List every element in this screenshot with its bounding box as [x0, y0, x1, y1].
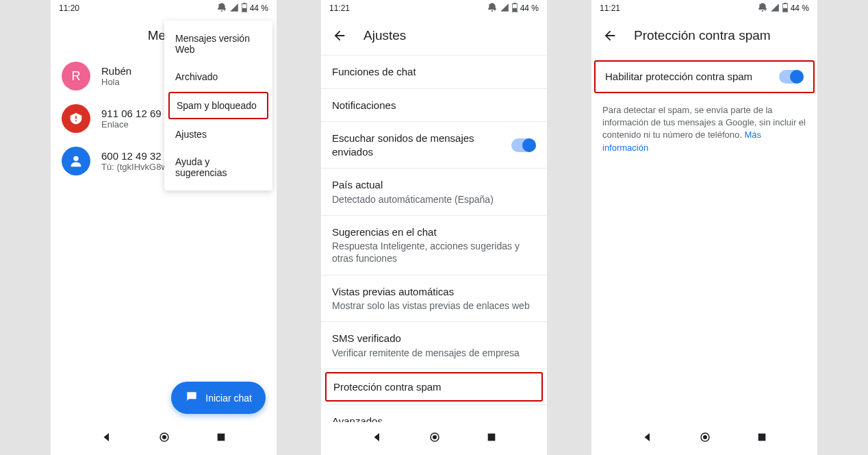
back-icon[interactable] — [332, 28, 347, 43]
nav-back-icon[interactable] — [101, 431, 113, 446]
setting-verified-sms[interactable]: SMS verificado Verificar remitente de me… — [321, 322, 547, 369]
page-title: Ajustes — [363, 28, 406, 43]
setting-spam-protection[interactable]: Protección contra spam — [325, 372, 543, 402]
battery-icon — [782, 3, 788, 14]
nav-home-icon[interactable] — [429, 431, 441, 446]
status-bar: 11:20 44 % — [51, 0, 277, 16]
fab-label: Iniciar chat — [205, 393, 252, 404]
settings-list: Funciones de chat Notificaciones Escucha… — [321, 55, 547, 422]
battery-icon — [242, 3, 247, 14]
svg-rect-17 — [488, 434, 496, 441]
setting-suggestions[interactable]: Sugerencias en el chat Respuesta Intelig… — [321, 216, 547, 275]
nav-home-icon[interactable] — [158, 431, 170, 446]
menu-item-help[interactable]: Ayuda y sugerencias — [164, 148, 272, 186]
nav-home-icon[interactable] — [699, 431, 711, 446]
svg-point-22 — [703, 435, 707, 439]
nav-bar — [591, 422, 817, 455]
nav-recent-icon[interactable] — [216, 432, 227, 445]
battery-text: 44 % — [520, 3, 539, 13]
sounds-toggle[interactable] — [511, 138, 536, 152]
settings-header: Ajustes — [321, 16, 547, 55]
battery-text: 44 % — [250, 3, 268, 13]
phone-1: 11:20 44 % Mens R Rubén Hola 911 0 — [51, 0, 277, 455]
spam-avatar-icon — [62, 104, 90, 133]
svg-rect-13 — [513, 3, 515, 4]
nav-recent-icon[interactable] — [756, 432, 767, 445]
dnd-icon — [487, 3, 497, 14]
spam-toggle[interactable] — [779, 70, 804, 84]
nav-bar — [321, 422, 547, 455]
nav-back-icon[interactable] — [371, 431, 383, 446]
svg-point-8 — [73, 156, 78, 161]
svg-rect-19 — [784, 3, 786, 4]
phone-2: 11:21 44 % Ajustes Funciones de chat Not… — [321, 0, 547, 455]
phone-3: 11:21 44 % Protección contra spam Habili… — [591, 0, 817, 455]
status-bar: 11:21 44 % — [321, 0, 547, 16]
nav-back-icon[interactable] — [641, 431, 654, 446]
page-title: Protección contra spam — [634, 28, 771, 43]
status-icons: 44 % — [758, 3, 809, 14]
svg-rect-11 — [218, 434, 225, 441]
status-icons: 44 % — [487, 3, 539, 14]
setting-advanced[interactable]: Avanzados — [321, 405, 547, 422]
nav-recent-icon[interactable] — [486, 432, 497, 445]
menu-item-settings[interactable]: Ajustes — [164, 121, 272, 148]
status-time: 11:21 — [329, 3, 350, 13]
signal-icon — [500, 3, 509, 14]
signal-icon — [770, 3, 780, 14]
start-chat-fab[interactable]: Iniciar chat — [171, 382, 266, 414]
svg-point-10 — [162, 435, 166, 439]
avatar-icon — [62, 147, 90, 175]
setting-chat-features[interactable]: Funciones de chat — [321, 55, 547, 89]
svg-rect-23 — [758, 434, 766, 441]
svg-rect-1 — [243, 3, 245, 4]
spam-header: Protección contra spam — [591, 16, 817, 55]
battery-text: 44 % — [791, 3, 809, 13]
signal-icon — [229, 3, 239, 14]
svg-point-16 — [433, 435, 437, 439]
spam-description: Para detectar el spam, se envía parte de… — [591, 104, 817, 154]
dnd-icon — [217, 3, 227, 14]
overflow-menu: Mensajes versión Web Archivado Spam y bl… — [164, 21, 272, 190]
avatar: R — [62, 62, 90, 90]
setting-previews[interactable]: Vistas previas automáticas Mostrar solo … — [321, 275, 547, 323]
enable-spam-protection-row[interactable]: Habilitar protección contra spam — [594, 60, 815, 93]
battery-icon — [512, 3, 518, 14]
status-icons: 44 % — [217, 3, 268, 14]
status-time: 11:20 — [59, 3, 79, 13]
setting-notifications[interactable]: Notificaciones — [321, 89, 547, 123]
enable-spam-label: Habilitar protección contra spam — [605, 70, 779, 84]
back-icon[interactable] — [602, 28, 617, 43]
svg-rect-20 — [783, 8, 787, 11]
dnd-icon — [758, 3, 767, 14]
spam-settings: Habilitar protección contra spam Para de… — [591, 55, 817, 422]
status-bar: 11:21 44 % — [591, 0, 817, 16]
menu-item-web[interactable]: Mensajes versión Web — [164, 25, 272, 63]
setting-country[interactable]: País actual Detectado automáticamente (E… — [321, 169, 547, 216]
nav-bar — [51, 422, 277, 455]
menu-item-spam-blocked[interactable]: Spam y bloqueado — [168, 92, 268, 119]
chat-icon — [185, 390, 199, 406]
setting-sounds[interactable]: Escuchar sonidos de mensajes enviados — [321, 122, 547, 169]
status-time: 11:21 — [600, 3, 620, 13]
svg-rect-2 — [242, 8, 246, 11]
menu-item-archived[interactable]: Archivado — [164, 63, 272, 90]
svg-rect-14 — [513, 8, 517, 11]
